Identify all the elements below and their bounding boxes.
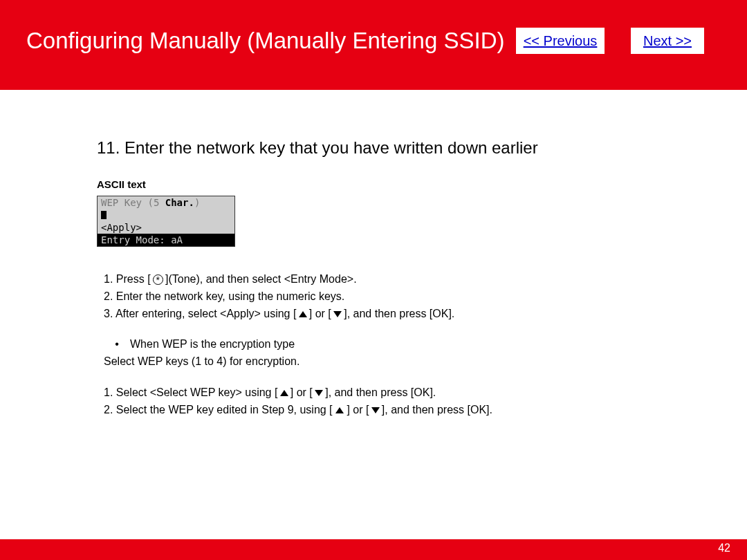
next-button[interactable]: Next >> xyxy=(631,28,704,54)
lcd-line-4: Entry Mode: aA xyxy=(98,234,234,246)
triangle-up-icon xyxy=(335,407,344,413)
triangle-down-icon xyxy=(315,390,323,396)
step-heading: 11. Enter the network key that you have … xyxy=(97,138,706,158)
instr-6b: ] or [ xyxy=(344,404,371,416)
instruction-5: 1. Select <Select WEP key> using [ ] or … xyxy=(104,384,706,400)
instruction-6: 2. Select the WEP key edited in Step 9, … xyxy=(104,402,706,418)
triangle-down-icon xyxy=(371,407,380,413)
lcd-line1-pc: ) xyxy=(194,197,200,208)
lcd-line-1: WEP Key (5 Char.) xyxy=(98,196,234,209)
triangle-up-icon xyxy=(299,311,307,317)
slide: Configuring Manually (Manually Entering … xyxy=(0,0,747,560)
previous-link[interactable]: << Previous xyxy=(524,33,598,49)
wep-bullet: • When WEP is the encryption type xyxy=(104,336,706,352)
instr-3c: ], and then press [OK]. xyxy=(342,308,454,319)
next-link[interactable]: Next >> xyxy=(643,33,692,49)
ascii-text-label: ASCII text xyxy=(97,178,706,190)
lcd-screen: WEP Key (5 Char.) <Apply> Entry Mode: aA xyxy=(97,196,235,247)
instruction-3: 3. After entering, select <Apply> using … xyxy=(104,306,706,321)
lcd-line1-5: 5 xyxy=(154,197,165,208)
lcd-line1-bold: Char. xyxy=(165,197,194,208)
lcd-line1-po: ( xyxy=(147,197,153,208)
instr-3b: ] or [ xyxy=(307,308,333,319)
instruction-1: 1. Press [ ](Tone), and then select <Ent… xyxy=(104,271,706,287)
page-number: 42 xyxy=(718,542,730,554)
page-title: Configuring Manually (Manually Entering … xyxy=(26,28,505,54)
spacer xyxy=(104,324,706,336)
content-area: 11. Enter the network key that you have … xyxy=(97,138,706,419)
lcd-line1-gray: WEP Key xyxy=(101,197,147,208)
instr-5c: ], and then press [OK]. xyxy=(323,386,436,398)
instructions-block: 1. Press [ ](Tone), and then select <Ent… xyxy=(104,271,706,418)
instr-6c: ], and then press [OK]. xyxy=(380,404,492,416)
tone-icon xyxy=(153,274,163,285)
bullet-text: When WEP is the encryption type xyxy=(130,336,295,352)
step-number: 11. xyxy=(97,138,120,157)
spacer-2 xyxy=(104,371,706,383)
instr-3a: 3. After entering, select <Apply> using … xyxy=(104,308,299,319)
instr-5a: 1. Select <Select WEP key> using [ xyxy=(104,386,280,398)
instruction-4: Select WEP keys (1 to 4) for encryption. xyxy=(104,353,706,369)
instruction-2: 2. Enter the network key, using the nume… xyxy=(104,288,706,304)
step-text: Enter the network key that you have writ… xyxy=(124,138,538,157)
lcd-line-2 xyxy=(98,209,234,221)
instr-5b: ] or [ xyxy=(288,386,315,398)
footer-bar: 42 xyxy=(0,539,747,560)
previous-button[interactable]: << Previous xyxy=(516,28,605,54)
header-bar: Configuring Manually (Manually Entering … xyxy=(0,0,747,90)
instr-1a: 1. Press [ xyxy=(104,273,153,285)
instr-1b: ](Tone), and then select <Entry Mode>. xyxy=(163,273,357,285)
lcd-line-3: <Apply> xyxy=(98,221,234,234)
triangle-down-icon xyxy=(333,311,342,317)
bullet-icon: • xyxy=(104,336,130,352)
triangle-up-icon xyxy=(280,390,288,396)
cursor-icon xyxy=(101,211,107,219)
instr-6a: 2. Select the WEP key edited in Step 9, … xyxy=(104,404,335,416)
